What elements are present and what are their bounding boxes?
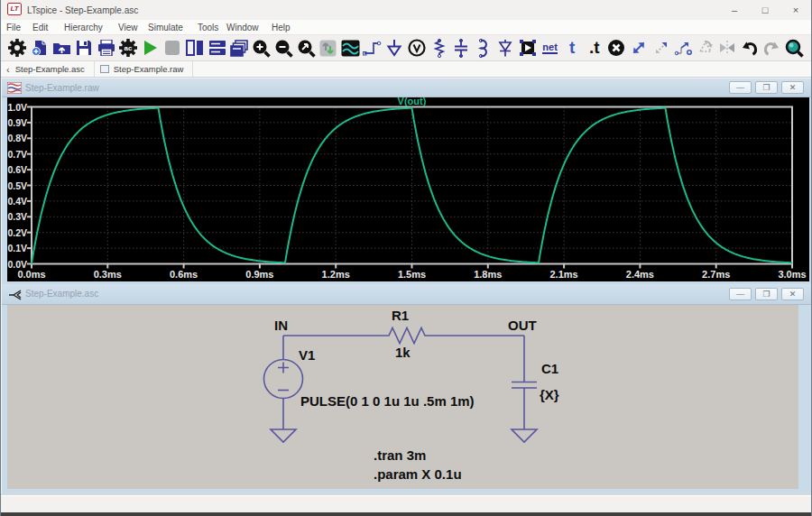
menu-tools[interactable]: Tools bbox=[198, 23, 218, 32]
close-button[interactable]: × bbox=[780, 0, 811, 20]
x-tick-label: 2.7ms bbox=[702, 269, 730, 280]
rotate-icon[interactable] bbox=[694, 36, 716, 60]
delete-icon[interactable] bbox=[605, 36, 628, 60]
zoom-in-icon[interactable] bbox=[251, 36, 273, 60]
mirror-icon[interactable] bbox=[716, 36, 739, 60]
menu-hierarchy[interactable]: Hierarchy bbox=[64, 23, 103, 32]
title-bar: LT LTspice - Step-Example.asc – □ × bbox=[1, 0, 811, 20]
toolbar: acnett.t bbox=[1, 35, 811, 61]
move-icon[interactable] bbox=[628, 36, 651, 60]
wave-minimize-button[interactable]: — bbox=[729, 81, 752, 94]
redo-icon[interactable] bbox=[761, 36, 783, 60]
schem-minimize-button[interactable]: — bbox=[729, 288, 752, 300]
x-tick-label: 0.9ms bbox=[245, 269, 273, 280]
menu-help[interactable]: Help bbox=[272, 23, 291, 32]
y-tick-label: 0.5V bbox=[7, 180, 27, 191]
raw-file-icon bbox=[100, 65, 109, 73]
drag-icon[interactable] bbox=[650, 36, 672, 60]
tab-label: Step-Example.raw bbox=[114, 64, 184, 74]
x-tick-label: 0.6ms bbox=[170, 269, 198, 280]
minimize-button[interactable]: – bbox=[719, 0, 750, 20]
y-tick-label: 0.7V bbox=[7, 149, 27, 160]
capacitor-icon[interactable] bbox=[450, 36, 473, 60]
r1-ref[interactable]: R1 bbox=[392, 308, 409, 323]
v1-value[interactable]: PULSE(0 1 0 1u 1u .5m 1m) bbox=[300, 393, 475, 409]
menu-edit[interactable]: Edit bbox=[32, 23, 48, 32]
inductor-icon[interactable] bbox=[472, 36, 494, 60]
schematic-canvas[interactable]: IN R1 1k OUT V1 PULSE(0 1 0 1u 1u .5m 1m… bbox=[7, 305, 798, 489]
net-name-icon[interactable]: net bbox=[539, 36, 561, 60]
trace-name-vout[interactable]: V(out) bbox=[398, 97, 427, 106]
y-tick-label: 0.2V bbox=[7, 227, 27, 238]
text-icon[interactable]: t bbox=[561, 36, 584, 60]
label-net-icon[interactable] bbox=[406, 36, 429, 60]
wave-close-button[interactable]: ✕ bbox=[781, 81, 804, 94]
settings-gear-icon[interactable] bbox=[6, 36, 29, 60]
menu-view[interactable]: View bbox=[118, 23, 138, 32]
y-tick-label: 0.1V bbox=[7, 243, 27, 253]
y-tick-label: 1.0V bbox=[7, 102, 27, 113]
y-tick-label: 0.8V bbox=[7, 133, 27, 143]
y-tick-label: 0.6V bbox=[7, 164, 27, 175]
ltspice-window: LT LTspice - Step-Example.asc – □ × File… bbox=[0, 0, 812, 516]
c1-ref[interactable]: C1 bbox=[541, 361, 558, 376]
tab-back-chevron-icon[interactable]: ‹ bbox=[6, 64, 10, 75]
menu-file[interactable]: File bbox=[6, 23, 21, 32]
y-tick-label: 0.3V bbox=[7, 211, 27, 222]
stretch-icon[interactable] bbox=[672, 36, 695, 60]
wire-icon[interactable] bbox=[362, 36, 384, 60]
waveform-window: Step-Example.raw — ❐ ✕ 1.0V0.9V0.8V0.7V0… bbox=[2, 78, 811, 284]
cascade-windows-icon[interactable] bbox=[228, 36, 251, 60]
new-schematic-icon[interactable] bbox=[29, 36, 51, 60]
x-tick-label: 1.5ms bbox=[398, 269, 426, 280]
zoom-out-icon[interactable] bbox=[272, 36, 295, 60]
waveform-plot-area[interactable]: 1.0V0.9V0.8V0.7V0.6V0.5V0.4V0.3V0.2V0.1V… bbox=[7, 97, 809, 281]
ground-icon[interactable] bbox=[383, 36, 406, 60]
v1-ref[interactable]: V1 bbox=[299, 347, 315, 363]
find-icon[interactable] bbox=[783, 36, 806, 60]
schem-restore-button[interactable]: ❐ bbox=[755, 288, 778, 300]
x-tick-label: 2.4ms bbox=[626, 269, 654, 280]
schematic-window-titlebar: Step-Example.asc — ❐ ✕ bbox=[2, 284, 811, 305]
zoom-full-icon[interactable] bbox=[295, 36, 318, 60]
net-label-in[interactable]: IN bbox=[274, 318, 288, 333]
resistor-icon[interactable] bbox=[428, 36, 450, 60]
open-file-icon[interactable] bbox=[51, 36, 73, 60]
window-title: LTspice - Step-Example.asc bbox=[27, 5, 138, 15]
x-tick-label: 0.0ms bbox=[17, 269, 45, 280]
save-icon[interactable] bbox=[73, 36, 96, 60]
raw-window-icon bbox=[7, 82, 22, 94]
y-tick-label: 0.4V bbox=[7, 196, 27, 207]
halt-icon[interactable] bbox=[161, 36, 184, 60]
diode-icon[interactable] bbox=[494, 36, 517, 60]
tab-bar: ‹ Step-Example.asc Step-Example.raw bbox=[1, 61, 811, 78]
y-tick-label: 0.0V bbox=[7, 259, 27, 270]
schem-close-button[interactable]: ✕ bbox=[781, 288, 804, 300]
print-icon[interactable] bbox=[95, 36, 117, 60]
directive-param[interactable]: .param X 0.1u bbox=[374, 466, 462, 482]
maximize-button[interactable]: □ bbox=[750, 0, 780, 20]
tab-step-example-raw[interactable]: Step-Example.raw bbox=[95, 61, 194, 77]
c1-value[interactable]: {X} bbox=[540, 387, 559, 402]
net-label-out[interactable]: OUT bbox=[508, 318, 537, 333]
x-tick-label: 3.0ms bbox=[778, 269, 806, 280]
wave-restore-button[interactable]: ❐ bbox=[755, 81, 778, 94]
tab-step-example-asc[interactable]: ‹ Step-Example.asc bbox=[1, 61, 95, 77]
x-tick-label: 0.3ms bbox=[94, 269, 122, 280]
menu-simulate[interactable]: Simulate bbox=[148, 23, 183, 32]
autorange-icon[interactable] bbox=[317, 36, 339, 60]
x-tick-label: 2.1ms bbox=[549, 269, 577, 280]
x-tick-label: 1.8ms bbox=[474, 269, 502, 280]
tile-horizontal-icon[interactable] bbox=[206, 36, 228, 60]
r1-value[interactable]: 1k bbox=[395, 345, 411, 360]
menu-window[interactable]: Window bbox=[226, 23, 259, 32]
schematic-window-title: Step-Example.asc bbox=[25, 289, 98, 299]
waveform-settings-icon[interactable] bbox=[339, 36, 362, 60]
control-panel-ac-icon[interactable]: ac bbox=[117, 36, 140, 60]
run-icon[interactable] bbox=[140, 36, 162, 60]
spice-directive-icon[interactable]: .t bbox=[583, 36, 605, 60]
component-icon[interactable] bbox=[517, 36, 540, 60]
tile-vertical-icon[interactable] bbox=[184, 36, 207, 60]
undo-icon[interactable] bbox=[739, 36, 761, 60]
directive-tran[interactable]: .tran 3m bbox=[374, 447, 426, 463]
